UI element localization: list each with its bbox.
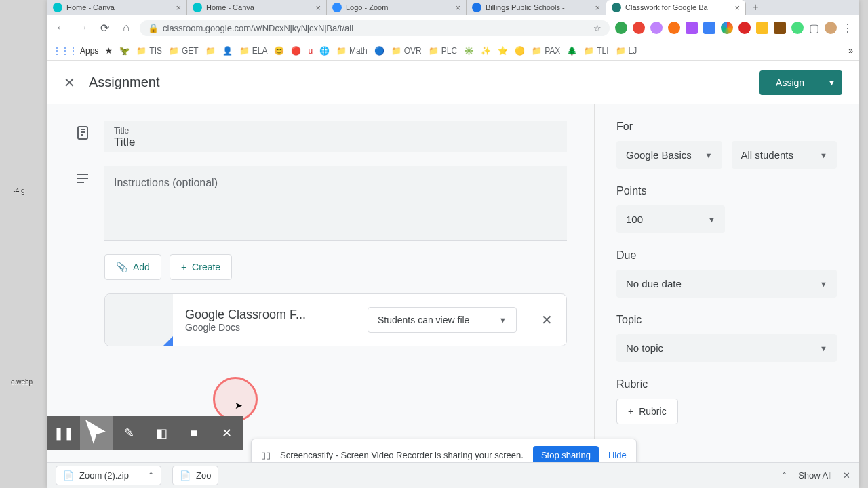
- due-date-dropdown[interactable]: No due date▼: [616, 270, 837, 298]
- title-input[interactable]: [114, 136, 557, 149]
- show-all-button[interactable]: Show All: [798, 470, 832, 481]
- download-item[interactable]: 📄 Zoom (2).zip ⌃: [56, 466, 161, 485]
- points-dropdown[interactable]: 100▼: [616, 205, 725, 233]
- pause-button[interactable]: ❚❚: [47, 416, 80, 450]
- assign-button[interactable]: Assign: [760, 70, 821, 95]
- bookmark-folder[interactable]: 📁 TLI: [584, 46, 608, 56]
- close-icon[interactable]: ×: [176, 3, 181, 13]
- avatar[interactable]: [825, 22, 837, 34]
- ext-icon[interactable]: [791, 22, 804, 34]
- instructions-input[interactable]: Instructions (optional): [104, 166, 567, 241]
- points-label: Points: [616, 185, 837, 197]
- star-icon[interactable]: ☆: [593, 23, 601, 33]
- bookmark-folder[interactable]: 📁 ELA: [239, 46, 268, 56]
- close-icon[interactable]: ×: [734, 3, 740, 13]
- ext-icon[interactable]: [756, 22, 768, 34]
- class-dropdown[interactable]: Google Basics▼: [616, 141, 722, 169]
- bookmark-star[interactable]: ★: [105, 46, 113, 56]
- hide-banner-button[interactable]: Hide: [608, 450, 627, 460]
- chevron-up-icon[interactable]: ⌃: [148, 471, 154, 480]
- ext-icon[interactable]: [703, 22, 715, 34]
- create-button[interactable]: +Create: [170, 254, 232, 280]
- bookmark-item[interactable]: 😊: [274, 46, 284, 56]
- ext-icon[interactable]: [650, 22, 663, 34]
- bookmark-overflow[interactable]: »: [848, 46, 853, 56]
- pointer-button[interactable]: [80, 416, 113, 450]
- students-dropdown[interactable]: All students▼: [732, 141, 837, 169]
- attachment-title[interactable]: Google Classroom F...: [185, 308, 355, 322]
- add-button[interactable]: 📎Add: [104, 254, 161, 280]
- bookmark-item[interactable]: 🦖: [119, 46, 130, 56]
- topic-dropdown[interactable]: No topic▼: [616, 334, 837, 362]
- ext-icon[interactable]: [633, 22, 645, 34]
- rubric-label: Rubric: [616, 378, 837, 390]
- bookmark-item[interactable]: 📁: [205, 46, 216, 56]
- assign-dropdown[interactable]: ▼: [821, 70, 842, 95]
- tab-classroom[interactable]: Classwork for Google Ba×: [606, 0, 746, 15]
- close-assignment-button[interactable]: ✕: [64, 75, 75, 91]
- bookmark-folder[interactable]: 📁 GET: [169, 46, 199, 56]
- tab-canva-1[interactable]: Home - Canva×: [47, 0, 187, 15]
- bookmark-folder[interactable]: 📁 PAX: [532, 46, 560, 56]
- attachment-thumbnail[interactable]: [105, 294, 173, 346]
- bookmark-folder[interactable]: 📁 TIS: [136, 46, 162, 56]
- apps-button[interactable]: ⋮⋮⋮Apps: [53, 46, 98, 56]
- pen-button[interactable]: ✎: [113, 416, 145, 450]
- topic-label: Topic: [616, 314, 837, 326]
- eraser-button[interactable]: ◧: [145, 416, 178, 450]
- ext-icon[interactable]: [774, 22, 786, 34]
- for-label: For: [616, 121, 837, 133]
- back-button[interactable]: ←: [53, 20, 69, 36]
- menu-icon[interactable]: ⋮: [842, 22, 853, 35]
- new-tab-button[interactable]: +: [746, 0, 765, 15]
- address-bar: ← → ⟳ ⌂ 🔒 classroom.google.com/w/NDcxNjk…: [47, 15, 859, 41]
- bookmark-item[interactable]: ✳️: [464, 46, 474, 56]
- close-icon[interactable]: ×: [455, 3, 460, 13]
- bookmark-folder[interactable]: 📁 OVR: [391, 46, 422, 56]
- tab-canva-2[interactable]: Home - Canva×: [187, 0, 327, 15]
- chevron-up-icon[interactable]: ⌃: [781, 471, 787, 480]
- cast-icon[interactable]: ▢: [809, 22, 819, 35]
- url-input[interactable]: 🔒 classroom.google.com/w/NDcxNjkyNjcxNjB…: [140, 20, 610, 36]
- file-icon: 📄: [63, 470, 74, 481]
- reload-button[interactable]: ⟳: [96, 20, 113, 36]
- home-button[interactable]: ⌂: [118, 20, 134, 36]
- rubric-button[interactable]: +Rubric: [616, 399, 678, 424]
- close-icon[interactable]: ×: [315, 3, 321, 13]
- bookmark-item[interactable]: ⭐: [498, 46, 508, 56]
- ext-icon[interactable]: [668, 22, 680, 34]
- forward-button[interactable]: →: [75, 20, 91, 36]
- bookmark-item[interactable]: 🔵: [374, 46, 384, 56]
- ext-icon[interactable]: [738, 22, 751, 34]
- lock-icon: 🔒: [148, 23, 159, 33]
- attachment-permission-dropdown[interactable]: Students can view file▼: [368, 307, 517, 333]
- camera-button[interactable]: ■: [178, 416, 210, 450]
- bookmark-item[interactable]: 🔴: [291, 46, 301, 56]
- ext-icon[interactable]: [686, 22, 698, 34]
- tab-zoom[interactable]: Logo - Zoom×: [327, 0, 467, 15]
- close-toolbar-button[interactable]: ✕: [210, 416, 243, 450]
- close-download-bar[interactable]: ✕: [843, 470, 850, 481]
- close-icon[interactable]: ×: [595, 3, 600, 13]
- download-item[interactable]: 📄 Zoo: [172, 466, 218, 485]
- assignment-icon: [75, 125, 91, 141]
- bookmark-folder[interactable]: 📁 Math: [336, 46, 368, 56]
- bookmark-folder[interactable]: 📁 LJ: [616, 46, 637, 56]
- bookmark-item[interactable]: 🟡: [515, 46, 525, 56]
- bookmark-item[interactable]: u: [308, 46, 313, 56]
- attachment-remove-button[interactable]: ✕: [528, 312, 566, 328]
- assignment-sidebar: For Google Basics▼ All students▼ Points …: [594, 104, 859, 488]
- ext-icon[interactable]: [615, 22, 627, 34]
- tab-billings[interactable]: Billings Public Schools -×: [467, 0, 606, 15]
- share-icon: ▯▯: [261, 450, 271, 460]
- bookmark-folder[interactable]: 📁 PLC: [429, 46, 457, 56]
- bookmark-item[interactable]: 🌲: [567, 46, 577, 56]
- ext-icon[interactable]: [721, 22, 733, 34]
- title-field[interactable]: Title: [104, 121, 567, 152]
- bookmark-item[interactable]: 🌐: [319, 46, 330, 56]
- favicon-icon: [472, 3, 481, 12]
- bookmark-item[interactable]: 👤: [222, 46, 233, 56]
- extension-icons: ▢ ⋮: [615, 22, 853, 35]
- bookmark-item[interactable]: ✨: [481, 46, 491, 56]
- stop-sharing-button[interactable]: Stop sharing: [533, 446, 599, 464]
